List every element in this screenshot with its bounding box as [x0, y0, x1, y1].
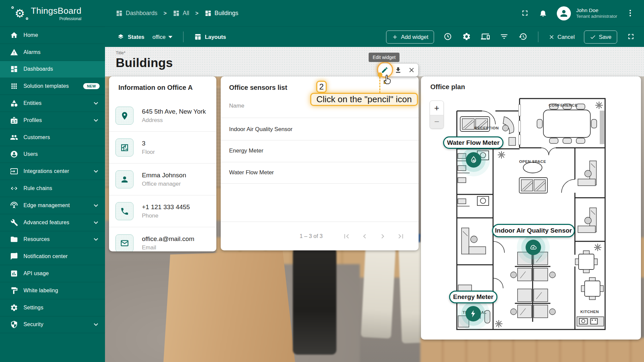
dashboards-icon [205, 10, 212, 17]
sidebar-item-advanced-features[interactable]: Advanced features [0, 214, 105, 231]
sidebar-item-integrations-center[interactable]: Integrations center [0, 163, 105, 180]
folder-icon [10, 235, 18, 243]
edge-antenna-icon [10, 201, 18, 209]
layouts-icon [194, 33, 202, 41]
pagination-bar: 1 – 3 of 3 [221, 222, 419, 250]
apps-grid-icon [10, 82, 18, 90]
sidebar-item-alarms[interactable]: Alarms [0, 44, 105, 61]
sidebar-item-resources[interactable]: Resources [0, 231, 105, 248]
alarm-warning-icon [10, 48, 18, 56]
logo-subtitle: Professional [59, 16, 82, 21]
plan-chip-indoor-air-quality[interactable]: Indoor Air Quality Sensor [492, 224, 575, 237]
states-label: States [128, 34, 145, 40]
sidebar-item-profiles[interactable]: Profiles [0, 112, 105, 129]
cancel-button[interactable]: Cancel [548, 34, 575, 40]
customers-people-icon [10, 133, 18, 141]
energy-marker[interactable] [466, 306, 481, 321]
water-flow-marker[interactable] [466, 152, 481, 168]
breadcrumb-separator: > [193, 10, 200, 16]
tutorial-callout: Click on the "pencil" icon [310, 93, 418, 106]
app-logo[interactable]: ⚙ ThingsBoard Professional [0, 0, 105, 27]
sidebar-item-home[interactable]: Home [0, 27, 105, 44]
profiles-badge-icon [10, 116, 18, 124]
timewindow-clock-icon[interactable] [443, 32, 453, 42]
breadcrumb-separator: > [161, 10, 168, 16]
widget-information-office-a: Information on Office A 645 5th Ave, New… [109, 76, 216, 251]
first-page-icon[interactable] [342, 232, 351, 241]
close-icon [408, 66, 415, 74]
table-row[interactable]: Energy Meter [229, 147, 263, 154]
state-select[interactable]: office [153, 34, 172, 40]
plan-chip-energy-meter[interactable]: Energy Meter [449, 291, 497, 303]
sidebar: ⚙ ThingsBoard Professional Home Alarms D… [0, 0, 105, 362]
zoom-out-button[interactable]: − [430, 115, 443, 128]
top-header: Dashboards > All > Buildings John Doe Te… [105, 0, 644, 27]
kebab-menu-icon[interactable] [626, 9, 635, 18]
room-label-reception: RECEPTION [475, 126, 499, 130]
info-row-floor: 3 Floor [109, 132, 216, 164]
remove-widget-button[interactable] [405, 64, 418, 76]
save-button[interactable]: Save [584, 31, 617, 44]
sidebar-item-entities[interactable]: Entities [0, 95, 105, 112]
breadcrumb-all[interactable]: All [173, 10, 189, 17]
person-icon [559, 8, 569, 18]
fullscreen-icon[interactable] [627, 32, 636, 42]
table-row[interactable]: Water Flow Meter [229, 169, 274, 176]
dashboard-toolbar: States office Layouts Add widget [105, 27, 644, 47]
plan-chip-water-flow-meter[interactable]: Water Flow Meter [443, 136, 503, 149]
layouts-button[interactable]: Layouts [194, 33, 226, 41]
air-quality-marker[interactable] [526, 240, 541, 255]
version-history-icon[interactable] [519, 32, 528, 42]
annotation-dot [378, 72, 382, 77]
sidebar-item-white-labeling[interactable]: White labeling [0, 282, 105, 299]
sidebar-item-customers[interactable]: Customers [0, 129, 105, 146]
zoom-in-button[interactable]: + [430, 101, 443, 115]
last-page-icon[interactable] [396, 232, 405, 241]
sidebar-item-solution-templates[interactable]: Solution templates NEW [0, 78, 105, 95]
location-pin-icon [115, 107, 133, 125]
paint-icon [10, 287, 18, 295]
fullscreen-icon[interactable] [521, 9, 530, 18]
sidebar-item-edge-management[interactable]: Edge management [0, 197, 105, 214]
pagination-range: 1 – 3 of 3 [300, 233, 323, 239]
avatar[interactable] [557, 6, 571, 20]
tutorial-step-badge: 2 [316, 81, 327, 93]
table-row[interactable]: Indoor Air Quality Sensor [229, 126, 292, 133]
sidebar-item-dashboards[interactable]: Dashboards [0, 61, 105, 78]
room-label-conference: CONFERENCE [549, 103, 578, 107]
lightning-bolt-icon [469, 309, 478, 318]
sidebar-item-rule-chains[interactable]: Rule chains [0, 180, 105, 197]
room-label-open-space: OPEN SPACE [519, 160, 546, 164]
dashboards-icon [10, 65, 18, 73]
column-header-name[interactable]: Name [229, 103, 244, 109]
caret-down-icon [168, 36, 172, 38]
chart-box-icon [10, 269, 18, 278]
app-window: ⚙ ThingsBoard Professional Home Alarms D… [0, 0, 644, 362]
next-page-icon[interactable] [378, 232, 387, 241]
sidebar-item-users[interactable]: Users [0, 146, 105, 163]
sidebar-item-api-usage[interactable]: API usage [0, 265, 105, 282]
email-icon [115, 234, 133, 252]
widget-title: Information on Office A [109, 76, 216, 92]
filter-icon[interactable] [500, 32, 509, 42]
export-widget-button[interactable] [391, 64, 405, 76]
integrations-icon [10, 167, 18, 175]
home-icon [10, 31, 18, 39]
entities-icon [10, 99, 18, 107]
sidebar-item-security[interactable]: Security [0, 316, 105, 334]
chevron-down-icon [92, 219, 100, 226]
add-widget-button[interactable]: Add widget [386, 31, 434, 44]
notifications-bell-icon[interactable] [539, 9, 548, 18]
breadcrumb-buildings[interactable]: Buildings [205, 10, 238, 17]
hand-cursor-icon [382, 74, 393, 86]
previous-page-icon[interactable] [360, 232, 369, 241]
breadcrumb-dashboards[interactable]: Dashboards [116, 10, 157, 17]
info-row-email: office.a@mail.com Email [109, 227, 216, 251]
plus-icon [392, 34, 398, 40]
logo-title: ThingsBoard [31, 6, 82, 16]
sidebar-item-notification-center[interactable]: Notification center [0, 248, 105, 265]
sidebar-item-settings[interactable]: Settings [0, 299, 105, 316]
chevron-down-icon [92, 202, 100, 209]
dashboard-settings-gear-icon[interactable] [462, 32, 472, 42]
entity-aliases-devices-icon[interactable] [481, 32, 490, 42]
